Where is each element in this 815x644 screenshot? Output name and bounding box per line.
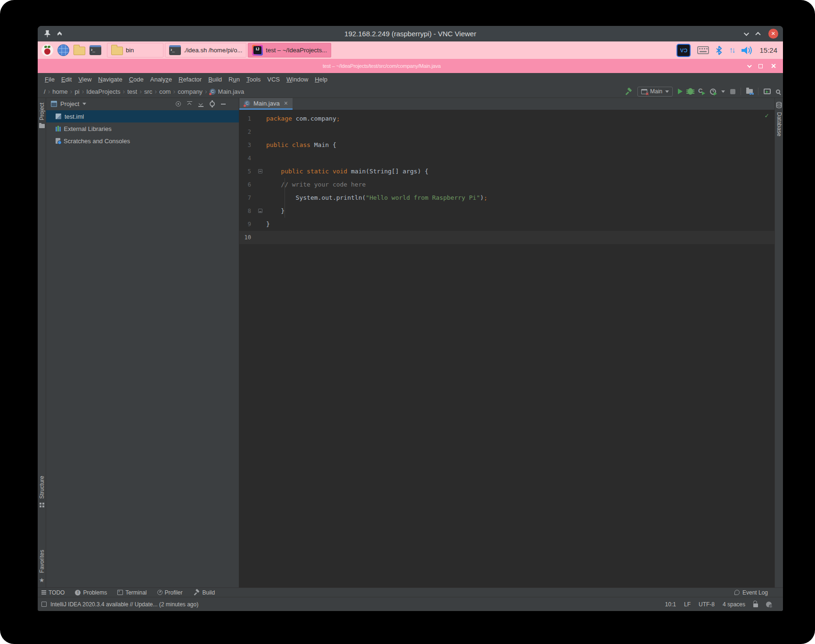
project-item-test-iml[interactable]: test.iml [46,110,239,122]
breadcrumb-com[interactable]: com [158,88,172,95]
line-separator[interactable]: LF [684,601,691,608]
token-kw: package [266,115,296,122]
breadcrumb-home[interactable]: home [51,88,69,95]
taskbar-button-bin[interactable]: bin [107,43,163,57]
vnc-close-button[interactable] [768,29,778,39]
breadcrumb-pi[interactable]: pi [73,88,81,95]
tool-button-structure[interactable]: Structure [38,476,46,507]
taskbar-button-idea-sh-home-pi-o[interactable]: ./idea.sh /home/pi/o... [165,43,246,57]
status-window-icon[interactable] [41,602,47,607]
tool-button-database[interactable]: Database [775,102,783,136]
select-opened-file-icon[interactable] [176,101,181,106]
lock-icon[interactable] [753,603,758,607]
breadcrumb-test[interactable]: test [126,88,139,95]
code-line[interactable]: 3public class Main { [239,139,774,152]
code-text: package com.company; [266,112,340,125]
expand-all-icon[interactable] [187,101,192,107]
menu-item-file[interactable]: File [41,76,58,83]
vnc-minimize-icon[interactable] [744,30,749,35]
tool-button-todo[interactable]: TODO [41,589,65,596]
build-project-icon[interactable] [625,88,632,95]
chevron-down-icon[interactable] [82,103,86,105]
menu-item-tools[interactable]: Tools [243,76,264,83]
menu-item-help[interactable]: Help [311,76,331,83]
sync-folder-icon[interactable] [746,89,753,94]
network-arrows-icon[interactable]: ↑↓ [729,46,734,55]
intellij-titlebar[interactable]: test – ~/IdeaProjects/test/src/com/compa… [38,59,783,73]
file-encoding[interactable]: UTF-8 [699,601,715,608]
inspections-profile-icon[interactable] [766,602,772,607]
window-minimize-icon[interactable] [747,63,752,68]
file-manager-icon[interactable] [73,47,85,55]
code-line[interactable]: 6 // write your code here [239,178,774,191]
breadcrumb-item[interactable]: / [42,88,47,95]
debug-button[interactable] [688,88,693,95]
breadcrumb-ideaprojects[interactable]: IdeaProjects [85,88,122,95]
pin-icon[interactable] [44,30,50,38]
run-button[interactable] [678,89,683,94]
menu-item-vcs[interactable]: VCS [264,76,283,83]
window-maximize-icon[interactable] [758,64,763,68]
code-line[interactable]: 2 [239,125,774,139]
fold-collapse-icon[interactable] [258,169,262,173]
collapse-all-icon[interactable] [198,101,204,107]
bluetooth-icon[interactable] [716,46,722,55]
caret-position[interactable]: 10:1 [665,601,676,608]
browser-icon[interactable] [57,44,69,56]
code-editor[interactable]: 1package com.company;23public class Main… [239,110,774,587]
menu-item-navigate[interactable]: Navigate [95,76,125,83]
indent-setting[interactable]: 4 spaces [723,601,745,608]
tool-button-project[interactable]: Project [38,103,46,128]
menu-item-run[interactable]: Run [225,76,243,83]
keyboard-tray-icon[interactable] [697,46,709,54]
project-panel-title[interactable]: Project [60,100,79,107]
project-item-external-libraries[interactable]: External Libraries [46,122,239,135]
menu-item-window[interactable]: Window [283,76,311,83]
tool-button-problems[interactable]: Problems [75,589,107,596]
run-configuration-select[interactable]: Main [637,87,673,97]
raspberry-menu-icon[interactable] [41,44,53,56]
clock[interactable]: 15:24 [759,46,777,54]
taskbar-button-test-ideaprojects[interactable]: test – ~/IdeaProjects... [248,43,331,57]
tool-button-build[interactable]: Build [193,589,215,596]
vnc-tray-icon[interactable]: VƆ [676,44,691,57]
menu-item-analyze[interactable]: Analyze [147,76,175,83]
gear-icon[interactable] [210,101,215,106]
hide-panel-icon[interactable] [221,104,226,105]
run-anything-icon[interactable] [764,89,771,94]
menu-item-build[interactable]: Build [205,76,225,83]
breadcrumb-src[interactable]: src [143,88,154,95]
project-item-scratches-and-consoles[interactable]: Scratches and Consoles [46,135,239,147]
menu-item-code[interactable]: Code [126,76,147,83]
terminal-launcher-icon[interactable] [90,45,101,55]
tool-button-event-log[interactable]: Event Log [734,589,768,596]
tool-button-favorites[interactable]: Favorites ★ [38,550,46,584]
code-line[interactable]: 5 public static void main(String[] args)… [239,165,774,178]
status-message[interactable]: IntelliJ IDEA 2020.3.4 available // Upda… [50,601,198,608]
code-line[interactable]: 9} [239,218,774,231]
vnc-maximize-icon[interactable] [755,32,760,37]
volume-icon[interactable] [741,46,753,55]
code-line[interactable]: 10 [239,231,774,244]
menu-item-refactor[interactable]: Refactor [175,76,205,83]
window-close-icon[interactable]: ✕ [771,64,776,68]
coverage-button[interactable] [698,88,705,95]
code-line[interactable]: 4 [239,152,774,165]
tool-button-profiler[interactable]: Profiler [157,589,183,596]
code-line[interactable]: 8 } [239,204,774,218]
tab-main-java[interactable]: Main.java × [239,98,293,110]
breadcrumb-company[interactable]: company [176,88,204,95]
code-line[interactable]: 7 System.out.println("Hello world from R… [239,191,774,204]
menu-item-edit[interactable]: Edit [58,76,75,83]
code-line[interactable]: 1package com.company; [239,112,774,125]
fold-end-icon[interactable] [258,209,262,213]
stop-button[interactable] [730,89,735,94]
search-everywhere-icon[interactable] [776,90,780,94]
profiler-chevron-icon[interactable] [721,90,725,93]
expand-toolbar-icon[interactable] [58,32,61,36]
tool-button-terminal[interactable]: Terminal [117,589,147,596]
profiler-button[interactable] [710,89,716,95]
close-tab-icon[interactable]: × [284,100,288,106]
breadcrumb-main-java[interactable]: Main.java [208,88,246,95]
menu-item-view[interactable]: View [75,76,95,83]
